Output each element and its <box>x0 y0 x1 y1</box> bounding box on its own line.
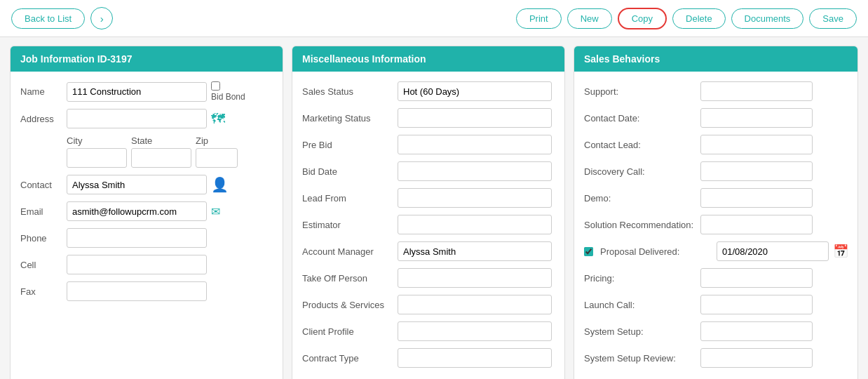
address-row: Address 🗺 <box>20 109 273 128</box>
map-icon[interactable]: 🗺 <box>211 111 225 127</box>
contact-row: Contact 👤 <box>20 175 273 194</box>
main-content: Job Information ID-3197 Name Bid Bond Ad… <box>0 37 868 379</box>
misc-input-4[interactable] <box>398 188 552 208</box>
documents-button[interactable]: Documents <box>731 8 804 29</box>
sales-row: Proposal Delivered: 📅 <box>584 241 848 261</box>
sales-label-0: Support: <box>584 86 696 97</box>
misc-row: Marketing Status <box>302 108 555 128</box>
sales-input-1[interactable] <box>700 108 813 128</box>
misc-input-2[interactable] <box>398 135 552 154</box>
sales-label-6: Proposal Delivered: <box>600 246 712 257</box>
sales-label-8: Launch Call: <box>584 300 696 310</box>
misc-information-title: Miscellaneous Information <box>302 53 426 65</box>
misc-label-10: Contract Type <box>302 353 393 364</box>
back-to-list-button[interactable]: Back to List <box>11 8 85 29</box>
bid-bond-label: Bid Bond <box>211 92 245 102</box>
contact-input[interactable] <box>67 175 207 194</box>
bid-bond-group: Bid Bond <box>211 81 245 102</box>
state-input[interactable] <box>131 148 191 168</box>
name-label: Name <box>20 86 62 97</box>
misc-label-3: Bid Date <box>302 166 393 177</box>
misc-input-3[interactable] <box>398 161 552 181</box>
fax-input[interactable] <box>67 281 207 301</box>
contact-label: Contact <box>20 180 62 190</box>
sales-input-3[interactable] <box>700 161 813 181</box>
zip-input[interactable] <box>196 148 238 168</box>
sales-row: Discovery Call: <box>584 161 848 181</box>
misc-row: Account Manager <box>302 241 555 261</box>
sales-label-2: Contact Lead: <box>584 140 696 150</box>
misc-input-6[interactable] <box>398 241 552 261</box>
city-input[interactable] <box>67 148 127 168</box>
misc-input-5[interactable] <box>398 215 552 234</box>
new-button[interactable]: New <box>567 8 612 29</box>
sales-input-0[interactable] <box>700 81 813 101</box>
sales-input-10[interactable] <box>700 348 813 368</box>
copy-button[interactable]: Copy <box>618 8 667 29</box>
misc-input-9[interactable] <box>398 321 552 341</box>
sales-input-8[interactable] <box>700 295 813 314</box>
misc-information-body: Sales Status Marketing Status Pre Bid Bi… <box>292 72 564 379</box>
sales-row: System Setup Review: <box>584 348 848 368</box>
email-icon[interactable]: ✉ <box>211 205 220 218</box>
cell-row: Cell <box>20 255 273 274</box>
print-button[interactable]: Print <box>516 8 562 29</box>
address-input[interactable] <box>67 109 207 128</box>
misc-row: Contract Type <box>302 348 555 368</box>
name-row: Name Bid Bond <box>20 81 273 102</box>
sales-row: Solution Recommendation: <box>584 215 848 234</box>
misc-label-4: Lead From <box>302 193 393 204</box>
sales-behaviors-title: Sales Behaviors <box>584 53 660 65</box>
misc-label-7: Take Off Person <box>302 273 393 284</box>
delete-button[interactable]: Delete <box>672 8 726 29</box>
misc-input-8[interactable] <box>398 295 552 314</box>
sales-input-4[interactable] <box>700 188 813 208</box>
sales-row: System Setup: <box>584 321 848 341</box>
sales-behaviors-body: Support: Contact Date: Contact Lead: Dis… <box>574 72 857 379</box>
phone-input[interactable] <box>67 228 207 248</box>
name-input[interactable] <box>67 82 207 102</box>
sales-label-7: Pricing: <box>584 273 696 284</box>
job-information-body: Name Bid Bond Address 🗺 City State Zip <box>11 72 283 318</box>
bid-bond-checkbox[interactable] <box>211 81 220 91</box>
misc-input-0[interactable] <box>398 81 552 101</box>
sales-row: Contact Lead: <box>584 135 848 154</box>
misc-row: Products & Services <box>302 295 555 314</box>
job-information-panel: Job Information ID-3197 Name Bid Bond Ad… <box>10 46 283 379</box>
misc-label-6: Account Manager <box>302 246 393 257</box>
misc-label-1: Marketing Status <box>302 113 393 124</box>
misc-row: Sales Status <box>302 81 555 101</box>
add-contact-icon[interactable]: 👤 <box>211 176 229 193</box>
save-button[interactable]: Save <box>809 8 857 29</box>
misc-input-7[interactable] <box>398 268 552 288</box>
misc-row: Estimator <box>302 215 555 234</box>
email-row: Email ✉ <box>20 201 273 221</box>
phone-row: Phone <box>20 228 273 248</box>
toolbar-right: Print New Copy Delete Documents Save <box>516 8 857 29</box>
sales-input-5[interactable] <box>700 215 813 234</box>
misc-information-header: Miscellaneous Information <box>292 46 564 72</box>
sales-label-10: System Setup Review: <box>584 353 696 364</box>
job-information-header: Job Information ID-3197 <box>11 46 283 72</box>
email-input[interactable] <box>67 201 207 221</box>
sales-label-3: Discovery Call: <box>584 166 696 177</box>
sales-row: Demo: <box>584 188 848 208</box>
misc-label-8: Products & Services <box>302 300 393 310</box>
sales-input-6[interactable] <box>717 241 829 261</box>
misc-row: Pre Bid <box>302 135 555 154</box>
sales-input-2[interactable] <box>700 135 813 154</box>
forward-button[interactable]: › <box>90 7 113 29</box>
misc-label-9: Client Profile <box>302 326 393 337</box>
cell-input[interactable] <box>67 255 207 274</box>
misc-label-0: Sales Status <box>302 86 393 97</box>
fax-row: Fax <box>20 281 273 301</box>
sales-input-9[interactable] <box>700 321 813 341</box>
misc-input-1[interactable] <box>398 108 552 128</box>
sales-row: Launch Call: <box>584 295 848 314</box>
city-label: City <box>67 135 127 146</box>
calendar-icon-6[interactable]: 📅 <box>833 244 848 259</box>
email-label: Email <box>20 206 62 217</box>
sales-checkbox-6[interactable] <box>584 247 593 256</box>
misc-input-10[interactable] <box>398 348 552 368</box>
sales-input-7[interactable] <box>700 268 813 288</box>
